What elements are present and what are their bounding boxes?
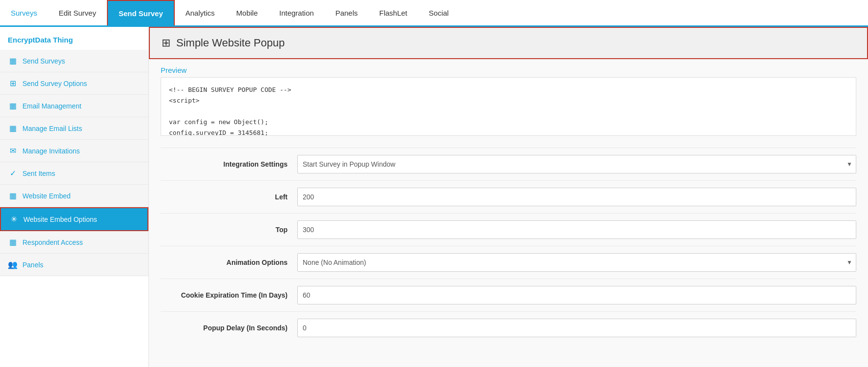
tab-surveys[interactable]: Surveys bbox=[0, 0, 48, 25]
select-animation-options[interactable]: None (No Animation)Fade InSlide InBounce bbox=[297, 253, 856, 272]
form-row-integration-settings: Integration SettingsStart Survey in Popu… bbox=[161, 148, 856, 180]
sidebar: EncryptData Thing ▦Send Surveys⊞Send Sur… bbox=[0, 27, 149, 367]
form-section: Integration SettingsStart Survey in Popu… bbox=[149, 144, 868, 348]
form-row-popup-delay: Popup Delay (In Seconds) bbox=[161, 311, 856, 344]
input-cookie-expiration[interactable] bbox=[297, 286, 856, 304]
select-wrapper-animation-options: None (No Animation)Fade InSlide InBounce… bbox=[297, 253, 856, 272]
grid-icon: ▦ bbox=[8, 237, 18, 247]
code-line-5: config.surveyID = 3145681; bbox=[169, 128, 848, 136]
asterisk-icon: ✳ bbox=[9, 215, 19, 224]
sidebar-item-label: Send Survey Options bbox=[22, 80, 87, 87]
tab-mobile[interactable]: Mobile bbox=[226, 0, 269, 25]
envelope-icon: ✉ bbox=[8, 146, 18, 155]
grid-icon: ▦ bbox=[8, 124, 18, 133]
sidebar-item-sent-items[interactable]: ✓Sent Items bbox=[0, 162, 148, 185]
preview-label: Preview bbox=[149, 59, 868, 77]
code-line-1: <!-- BEGIN SURVEY POPUP CODE --> bbox=[169, 85, 848, 95]
users-icon: 👥 bbox=[8, 260, 18, 269]
sidebar-item-respondent-access[interactable]: ▦Respondent Access bbox=[0, 231, 148, 254]
sidebar-item-panels[interactable]: 👥Panels bbox=[0, 254, 148, 276]
input-popup-delay[interactable] bbox=[297, 319, 856, 337]
sidebar-item-email-management[interactable]: ▦Email Management bbox=[0, 95, 148, 117]
form-row-cookie-expiration: Cookie Expiration Time (In Days) bbox=[161, 279, 856, 311]
grid4-icon: ⊞ bbox=[8, 79, 18, 88]
sidebar-item-label: Respondent Access bbox=[22, 238, 83, 246]
form-row-top: Top bbox=[161, 213, 856, 246]
sidebar-item-manage-email-lists[interactable]: ▦Manage Email Lists bbox=[0, 117, 148, 140]
page-header: ⊞ Simple Website Popup bbox=[149, 27, 868, 59]
code-line-3 bbox=[169, 106, 848, 117]
sidebar-item-label: Send Surveys bbox=[22, 57, 65, 65]
windows-icon: ⊞ bbox=[162, 37, 170, 49]
input-top[interactable] bbox=[297, 220, 856, 239]
grid-icon: ▦ bbox=[8, 56, 18, 65]
code-line-2: <script> bbox=[169, 95, 848, 106]
check-icon: ✓ bbox=[8, 169, 18, 178]
main-layout: EncryptData Thing ▦Send Surveys⊞Send Sur… bbox=[0, 27, 868, 367]
sidebar-item-send-surveys[interactable]: ▦Send Surveys bbox=[0, 50, 148, 72]
form-row-animation-options: Animation OptionsNone (No Animation)Fade… bbox=[161, 246, 856, 279]
label-popup-delay: Popup Delay (In Seconds) bbox=[161, 324, 297, 332]
grid-icon: ▦ bbox=[8, 101, 18, 110]
label-integration-settings: Integration Settings bbox=[161, 160, 297, 168]
sidebar-item-website-embed[interactable]: ▦Website Embed bbox=[0, 185, 148, 207]
select-wrapper-integration-settings: Start Survey in Popup WindowInline Embed… bbox=[297, 155, 856, 173]
tab-panels[interactable]: Panels bbox=[325, 0, 369, 25]
code-preview: <!-- BEGIN SURVEY POPUP CODE --> <script… bbox=[161, 77, 856, 136]
sidebar-item-label: Manage Invitations bbox=[22, 147, 80, 155]
tab-integration[interactable]: Integration bbox=[269, 0, 325, 25]
code-line-4: var config = new Object(); bbox=[169, 117, 848, 128]
label-top: Top bbox=[161, 226, 297, 234]
sidebar-item-label: Email Management bbox=[22, 102, 82, 110]
sidebar-item-label: Website Embed bbox=[22, 192, 71, 200]
grid-icon: ▦ bbox=[8, 191, 18, 200]
tab-flashlet[interactable]: FlashLet bbox=[369, 0, 418, 25]
input-left[interactable] bbox=[297, 188, 856, 206]
tab-analytics[interactable]: Analytics bbox=[175, 0, 226, 25]
sidebar-item-label: Manage Email Lists bbox=[22, 125, 82, 132]
page-title: Simple Website Popup bbox=[176, 37, 285, 49]
tab-edit-survey[interactable]: Edit Survey bbox=[48, 0, 107, 25]
sidebar-item-website-embed-options[interactable]: ✳Website Embed Options bbox=[0, 207, 148, 231]
sidebar-item-label: Website Embed Options bbox=[23, 216, 97, 223]
label-left: Left bbox=[161, 193, 297, 201]
sidebar-item-send-survey-options[interactable]: ⊞Send Survey Options bbox=[0, 72, 148, 95]
sidebar-item-manage-invitations[interactable]: ✉Manage Invitations bbox=[0, 140, 148, 162]
top-navigation: SurveysEdit SurveySend SurveyAnalyticsMo… bbox=[0, 0, 868, 27]
sidebar-item-label: Panels bbox=[22, 261, 43, 269]
form-row-left: Left bbox=[161, 180, 856, 213]
label-cookie-expiration: Cookie Expiration Time (In Days) bbox=[161, 291, 297, 299]
main-content: ⊞ Simple Website Popup Preview <!-- BEGI… bbox=[149, 27, 868, 367]
sidebar-item-label: Sent Items bbox=[22, 170, 55, 177]
tab-send-survey[interactable]: Send Survey bbox=[107, 0, 175, 25]
sidebar-brand: EncryptData Thing bbox=[0, 27, 148, 50]
select-integration-settings[interactable]: Start Survey in Popup WindowInline Embed… bbox=[297, 155, 856, 173]
label-animation-options: Animation Options bbox=[161, 259, 297, 266]
tab-social[interactable]: Social bbox=[418, 0, 459, 25]
